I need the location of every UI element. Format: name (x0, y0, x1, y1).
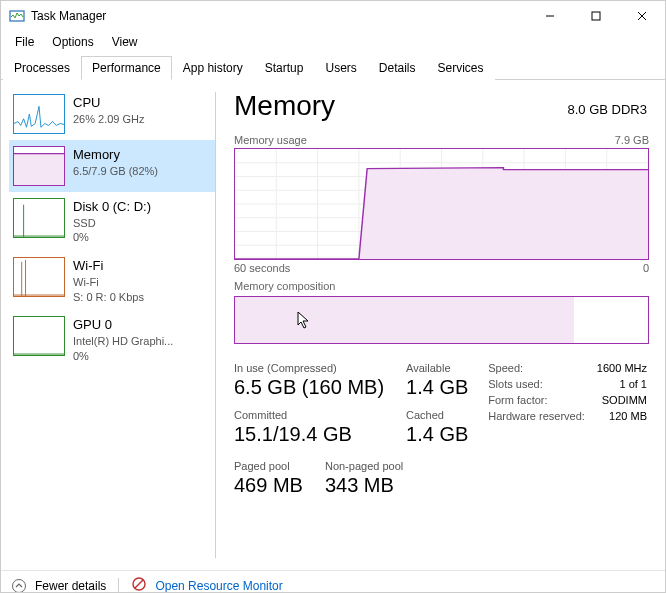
maximize-button[interactable] (573, 1, 619, 31)
sidebar-item-sub: Intel(R) HD Graphi... (73, 334, 173, 349)
sidebar-item-label: Memory (73, 146, 158, 164)
tab-details[interactable]: Details (368, 56, 427, 80)
sidebar-item-disk0[interactable]: Disk 0 (C: D:) SSD 0% (9, 192, 215, 251)
sidebar-item-wifi[interactable]: Wi-Fi Wi-Fi S: 0 R: 0 Kbps (9, 251, 215, 310)
footer: Fewer details Open Resource Monitor (1, 570, 665, 593)
stat-cached: Cached 1.4 GB (406, 409, 468, 446)
open-resource-monitor-link[interactable]: Open Resource Monitor (155, 579, 282, 593)
tab-performance[interactable]: Performance (81, 56, 172, 80)
memory-detail: Memory 8.0 GB DDR3 Memory usage 7.9 GB (216, 80, 665, 570)
xaxis-right: 0 (643, 262, 649, 274)
sidebar-item-sub2: S: 0 R: 0 Kbps (73, 290, 144, 305)
sidebar-item-sub: 6.5/7.9 GB (82%) (73, 164, 158, 179)
cursor-icon (297, 311, 313, 334)
svg-marker-5 (14, 154, 64, 185)
wifi-thumb (13, 257, 65, 297)
sidebar-item-label: Disk 0 (C: D:) (73, 198, 151, 216)
composition-fill (235, 297, 574, 343)
tab-services[interactable]: Services (427, 56, 495, 80)
fewer-details-link[interactable]: Fewer details (35, 579, 106, 593)
usage-label: Memory usage (234, 134, 307, 146)
close-button[interactable] (619, 1, 665, 31)
menubar: File Options View (1, 31, 665, 55)
menu-view[interactable]: View (104, 33, 146, 51)
tab-app-history[interactable]: App history (172, 56, 254, 80)
sidebar-item-sub: Wi-Fi (73, 275, 144, 290)
usage-max: 7.9 GB (615, 134, 649, 146)
disk-thumb (13, 198, 65, 238)
taskmgr-icon (9, 8, 25, 24)
cpu-thumb (13, 94, 65, 134)
stat-nonpaged: Non-paged pool 343 MB (325, 460, 403, 497)
svg-rect-2 (592, 12, 600, 20)
stat-in-use: In use (Compressed) 6.5 GB (160 MB) (234, 362, 384, 399)
footer-divider (118, 578, 119, 594)
sidebar-item-sub2: 0% (73, 230, 151, 245)
tab-users[interactable]: Users (314, 56, 367, 80)
stat-committed: Committed 15.1/19.4 GB (234, 409, 384, 446)
tab-processes[interactable]: Processes (3, 56, 81, 80)
svg-point-29 (13, 579, 26, 592)
sidebar-item-sub: SSD (73, 216, 151, 231)
tabs: Processes Performance App history Startu… (1, 55, 665, 80)
minimize-button[interactable] (527, 1, 573, 31)
sidebar-item-sub: 26% 2.09 GHz (73, 112, 145, 127)
gpu-thumb (13, 316, 65, 356)
window-title: Task Manager (31, 9, 106, 23)
memory-usage-graph[interactable] (234, 148, 649, 260)
perf-sidebar: CPU 26% 2.09 GHz Memory 6.5/7.9 GB (82%)… (1, 80, 215, 570)
sidebar-item-label: GPU 0 (73, 316, 173, 334)
stat-paged: Paged pool 469 MB (234, 460, 303, 497)
capacity-label: 8.0 GB DDR3 (568, 102, 647, 117)
tab-startup[interactable]: Startup (254, 56, 315, 80)
memory-thumb (13, 146, 65, 186)
sidebar-item-memory[interactable]: Memory 6.5/7.9 GB (82%) (9, 140, 215, 192)
performance-content: CPU 26% 2.09 GHz Memory 6.5/7.9 GB (82%)… (1, 80, 665, 570)
xaxis-left: 60 seconds (234, 262, 290, 274)
resmon-icon (131, 576, 147, 593)
svg-line-31 (135, 580, 143, 588)
sidebar-item-label: Wi-Fi (73, 257, 144, 275)
stat-available: Available 1.4 GB (406, 362, 468, 399)
titlebar: Task Manager (1, 1, 665, 31)
sidebar-item-cpu[interactable]: CPU 26% 2.09 GHz (9, 88, 215, 140)
collapse-icon[interactable] (11, 578, 27, 594)
sidebar-item-sub2: 0% (73, 349, 173, 364)
memory-meta: Speed: 1600 MHz Slots used: 1 of 1 Form … (488, 362, 647, 446)
composition-label: Memory composition (234, 280, 335, 292)
menu-options[interactable]: Options (44, 33, 101, 51)
sidebar-item-label: CPU (73, 94, 145, 112)
sidebar-item-gpu0[interactable]: GPU 0 Intel(R) HD Graphi... 0% (9, 310, 215, 369)
menu-file[interactable]: File (7, 33, 42, 51)
memory-composition-bar[interactable] (234, 296, 649, 344)
